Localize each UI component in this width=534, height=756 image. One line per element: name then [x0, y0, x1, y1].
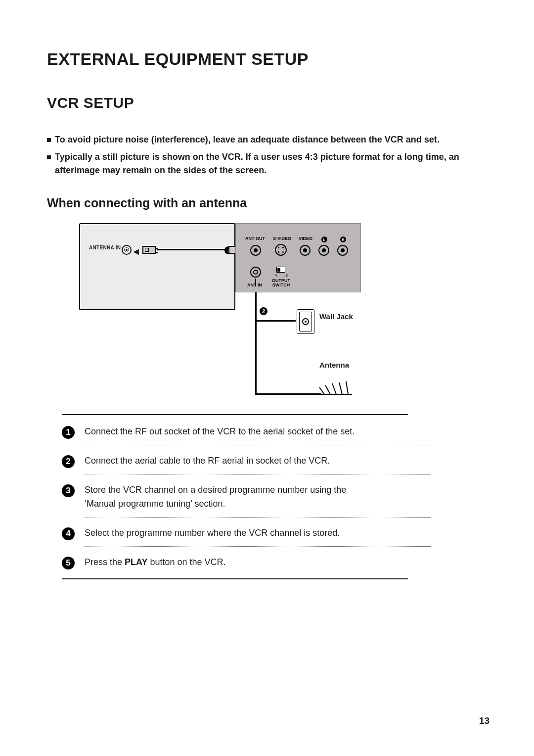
- divider: [62, 414, 408, 415]
- diagram-step-badge-2: 2: [260, 307, 267, 315]
- note-item: To avoid picture noise (interference), l…: [47, 133, 490, 146]
- step-text: Select the programme number where the VC…: [85, 526, 340, 540]
- step-number-badge: 2: [62, 455, 75, 468]
- step-number-badge: 3: [62, 484, 75, 497]
- svg-line-3: [332, 383, 336, 394]
- step-text: Store the VCR channel on a desired progr…: [85, 483, 361, 511]
- steps-list: 1 Connect the RF out socket of the VCR t…: [62, 425, 428, 579]
- tv-back-panel: [79, 223, 235, 310]
- cable-line: [255, 320, 296, 322]
- note-item: Typically a still picture is shown on th…: [47, 150, 490, 177]
- connection-diagram: ANTENNA IN ◀ 1 ANT OUT S-VIDEO VIDEO L R…: [79, 223, 396, 400]
- arrow-left-icon: ◀: [134, 247, 139, 255]
- note-text: To avoid picture noise (interference), l…: [55, 133, 440, 146]
- step-item: 2 Connect the aerial cable to the RF aer…: [62, 454, 428, 468]
- audio-l-icon: L: [321, 236, 327, 242]
- audio-l-port-icon: [318, 245, 329, 256]
- step-number-badge: 5: [62, 557, 75, 569]
- audio-r-icon: R: [340, 236, 346, 242]
- step-text: Press the PLAY button on the VCR.: [85, 556, 226, 569]
- antenna-in-label: ANTENNA IN: [89, 245, 121, 250]
- video-label: VIDEO: [299, 236, 312, 241]
- section-title: VCR SETUP: [47, 94, 490, 111]
- notes-list: To avoid picture noise (interference), l…: [47, 133, 490, 177]
- cable-line: [255, 292, 257, 320]
- cable-line: [157, 249, 226, 250]
- wall-jack-label: Wall Jack: [319, 312, 353, 321]
- square-bullet-icon: [47, 138, 51, 142]
- output-switch-icon: [276, 267, 285, 273]
- ant-in-label: ANT IN: [247, 283, 262, 287]
- subsection-title: When connecting with an antenna: [47, 196, 490, 210]
- wall-jack-icon: [297, 309, 314, 334]
- divider: [62, 578, 408, 579]
- antenna-icon: [318, 373, 358, 397]
- vcr-back-panel: [235, 223, 361, 292]
- output-switch-label: OUTPUT SWITCH: [272, 279, 290, 287]
- step-item: 4 Select the programme number where the …: [62, 526, 428, 540]
- note-text: Typically a still picture is shown on th…: [55, 150, 490, 177]
- video-port-icon: [300, 245, 311, 256]
- svg-line-5: [346, 381, 348, 394]
- cable-line: [255, 393, 321, 395]
- ant-in-port-icon: [250, 267, 261, 278]
- antenna-label: Antenna: [319, 361, 349, 369]
- manual-page: EXTERNAL EQUIPMENT SETUP VCR SETUP To av…: [0, 0, 534, 756]
- audio-r-port-icon: [337, 245, 348, 256]
- step-number-badge: 1: [62, 426, 75, 439]
- dotted-divider: [85, 474, 431, 474]
- s-video-port-icon: [275, 244, 287, 256]
- step-number-badge: 4: [62, 527, 75, 540]
- ant-out-port-icon: [250, 245, 261, 256]
- output-label-bottom: SWITCH: [272, 283, 290, 287]
- square-bullet-icon: [47, 155, 51, 159]
- svg-line-4: [339, 382, 342, 394]
- svg-line-2: [325, 385, 330, 394]
- step-item: 5 Press the PLAY button on the VCR.: [62, 556, 428, 569]
- step-text: Connect the aerial cable to the RF aeria…: [85, 454, 330, 468]
- step-text-part: Press the: [85, 557, 125, 567]
- step-item: 1 Connect the RF out socket of the VCR t…: [62, 425, 428, 439]
- play-button-label: PLAY: [125, 557, 147, 567]
- s-video-label: S-VIDEO: [273, 236, 291, 241]
- page-title: EXTERNAL EQUIPMENT SETUP: [47, 49, 490, 69]
- step-text: Connect the RF out socket of the VCR to …: [85, 425, 355, 439]
- coax-port-icon: [122, 245, 132, 255]
- switch-3-label: 3: [286, 274, 288, 277]
- cable-plug-icon: [142, 246, 156, 254]
- step-item: 3 Store the VCR channel on a desired pro…: [62, 483, 428, 511]
- step-text-part: button on the VCR.: [147, 557, 225, 567]
- switch-4-label: 4: [275, 274, 277, 277]
- dotted-divider: [85, 517, 431, 518]
- svg-line-1: [319, 387, 324, 394]
- ant-out-label: ANT OUT: [245, 236, 265, 241]
- page-number: 13: [479, 715, 490, 726]
- cable-line: [255, 320, 257, 393]
- dotted-divider: [85, 546, 431, 547]
- dotted-divider: [85, 445, 431, 445]
